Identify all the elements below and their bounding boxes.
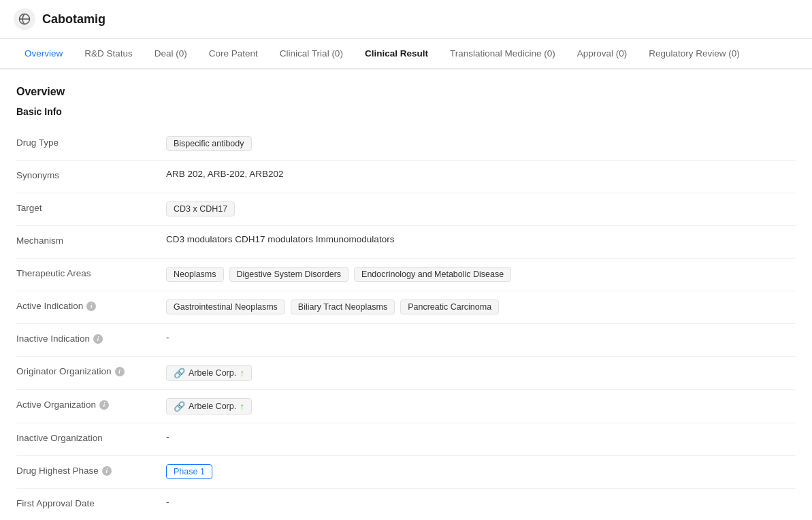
label-mechanism: Mechanism xyxy=(16,234,166,246)
tag-digestive-system-disorders: Digestive System Disorders xyxy=(229,267,349,282)
value-active-org: 🔗 Arbele Corp. ↑ xyxy=(166,398,796,415)
main-content: Overview Basic Info Drug Type Bispecific… xyxy=(0,69,812,520)
drug-title: Cabotamig xyxy=(42,12,105,27)
originator-org-arrow: ↑ xyxy=(240,368,244,378)
active-org-link-icon: 🔗 xyxy=(174,401,185,412)
inactive-indication-dash: - xyxy=(166,332,169,342)
label-synonyms: Synonyms xyxy=(16,169,166,180)
row-active-indication: Active Indication i Gastrointestinal Neo… xyxy=(16,291,796,324)
tab-clinical-result[interactable]: Clinical Result xyxy=(354,39,439,69)
row-therapeutic-areas: Therapeutic Areas Neoplasms Digestive Sy… xyxy=(16,259,796,291)
value-inactive-indication: - xyxy=(166,332,796,342)
tag-endocrinology: Endocrinology and Metabolic Disease xyxy=(354,267,511,282)
label-inactive-indication: Inactive Indication i xyxy=(16,332,166,344)
originator-org-badge[interactable]: 🔗 Arbele Corp. ↑ xyxy=(166,365,252,381)
section-title: Overview xyxy=(16,86,796,98)
row-synonyms: Synonyms ARB 202, ARB-202, ARB202 xyxy=(16,161,796,193)
value-drug-type: Bispecific antibody xyxy=(166,136,796,151)
active-indication-info-icon[interactable]: i xyxy=(86,302,96,311)
tab-clinical-trial[interactable]: Clinical Trial (0) xyxy=(269,39,354,69)
subsection-title: Basic Info xyxy=(16,106,796,117)
app-icon xyxy=(14,8,35,30)
tab-overview[interactable]: Overview xyxy=(14,39,74,69)
tag-biliary-tract: Biliary Tract Neoplasms xyxy=(291,299,395,314)
tab-translational-medicine[interactable]: Translational Medicine (0) xyxy=(439,39,566,69)
tag-pancreatic-carcinoma: Pancreatic Carcinoma xyxy=(400,299,499,314)
tag-bispecific-antibody: Bispecific antibody xyxy=(166,136,252,151)
value-drug-highest-phase: Phase 1 xyxy=(166,464,796,479)
drug-highest-phase-info-icon[interactable]: i xyxy=(102,466,112,476)
synonyms-text: ARB 202, ARB-202, ARB202 xyxy=(166,169,284,179)
mechanism-text: CD3 modulators CDH17 modulators Immunomo… xyxy=(166,234,394,244)
tag-phase-1[interactable]: Phase 1 xyxy=(166,464,212,479)
active-org-name: Arbele Corp. xyxy=(189,402,236,411)
value-active-indication: Gastrointestinal Neoplasms Biliary Tract… xyxy=(166,299,796,314)
tag-neoplasms: Neoplasms xyxy=(166,267,224,282)
value-target: CD3 x CDH17 xyxy=(166,201,796,216)
row-drug-highest-phase: Drug Highest Phase i Phase 1 xyxy=(16,456,796,489)
value-synonyms: ARB 202, ARB-202, ARB202 xyxy=(166,169,796,179)
label-active-indication: Active Indication i xyxy=(16,299,166,311)
value-originator-org: 🔗 Arbele Corp. ↑ xyxy=(166,365,796,381)
tag-cd3-cdh17: CD3 x CDH17 xyxy=(166,201,235,216)
label-first-approval-date: First Approval Date xyxy=(16,497,166,508)
row-drug-type: Drug Type Bispecific antibody xyxy=(16,128,796,161)
row-first-approval-date: First Approval Date - xyxy=(16,489,796,520)
row-originator-org: Originator Organization i 🔗 Arbele Corp.… xyxy=(16,357,796,390)
label-therapeutic-areas: Therapeutic Areas xyxy=(16,267,166,278)
value-inactive-org: - xyxy=(166,432,796,442)
tab-regulatory-review[interactable]: Regulatory Review (0) xyxy=(638,39,751,69)
row-inactive-indication: Inactive Indication i - xyxy=(16,324,796,357)
label-target: Target xyxy=(16,201,166,213)
active-org-info-icon[interactable]: i xyxy=(99,400,109,410)
label-drug-type: Drug Type xyxy=(16,136,166,148)
org-link-icon: 🔗 xyxy=(174,368,185,378)
row-active-org: Active Organization i 🔗 Arbele Corp. ↑ xyxy=(16,390,796,423)
tag-gastrointestinal: Gastrointestinal Neoplasms xyxy=(166,299,285,314)
tab-deal[interactable]: Deal (0) xyxy=(144,39,198,69)
label-active-org: Active Organization i xyxy=(16,398,166,410)
value-first-approval-date: - xyxy=(166,497,796,507)
inactive-indication-info-icon[interactable]: i xyxy=(93,334,103,344)
nav-tabs: Overview R&D Status Deal (0) Core Patent… xyxy=(0,39,812,69)
tab-core-patent[interactable]: Core Patent xyxy=(198,39,269,69)
value-therapeutic-areas: Neoplasms Digestive System Disorders End… xyxy=(166,267,796,282)
inactive-org-dash: - xyxy=(166,432,169,442)
app-header: Cabotamig xyxy=(0,0,812,39)
label-drug-highest-phase: Drug Highest Phase i xyxy=(16,464,166,476)
tab-rd-status[interactable]: R&D Status xyxy=(74,39,144,69)
originator-org-info-icon[interactable]: i xyxy=(115,367,125,376)
first-approval-date-dash: - xyxy=(166,497,169,507)
active-org-badge[interactable]: 🔗 Arbele Corp. ↑ xyxy=(166,398,252,415)
row-inactive-org: Inactive Organization - xyxy=(16,423,796,456)
originator-org-name: Arbele Corp. xyxy=(189,368,236,378)
row-target: Target CD3 x CDH17 xyxy=(16,193,796,226)
label-originator-org: Originator Organization i xyxy=(16,365,166,376)
label-inactive-org: Inactive Organization xyxy=(16,432,166,443)
value-mechanism: CD3 modulators CDH17 modulators Immunomo… xyxy=(166,234,796,244)
active-org-arrow: ↑ xyxy=(240,401,244,412)
tab-approval[interactable]: Approval (0) xyxy=(566,39,638,69)
row-mechanism: Mechanism CD3 modulators CDH17 modulator… xyxy=(16,226,796,259)
